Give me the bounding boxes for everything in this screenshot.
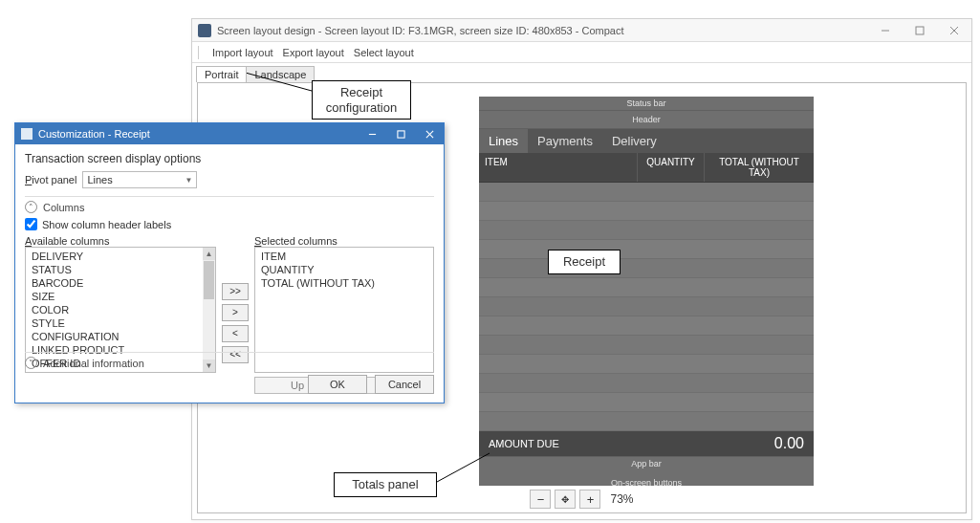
- designer-title-bar: Screen layout design - Screen layout ID:…: [192, 19, 971, 42]
- show-column-header-labels-checkbox[interactable]: [25, 218, 37, 230]
- preview-tab-delivery[interactable]: Delivery: [602, 129, 666, 153]
- callout-receipt-config: Receipt configuration: [312, 80, 411, 120]
- dialog-icon: [21, 128, 33, 140]
- menu-bar: Import layout Export layout Select layou…: [192, 42, 971, 63]
- dialog-heading: Transaction screen display options: [25, 152, 434, 165]
- list-item[interactable]: COLOR: [26, 303, 215, 316]
- preview-status-bar: Status bar: [479, 97, 814, 111]
- list-item[interactable]: CONFIGURATION: [26, 330, 215, 343]
- scroll-thumb[interactable]: [204, 261, 214, 299]
- chevron-down-icon: ▼: [185, 176, 193, 185]
- preview-tab-payments[interactable]: Payments: [528, 129, 602, 153]
- col-item: ITEM: [479, 153, 637, 182]
- selected-columns-label: Selected columns: [254, 235, 434, 247]
- preview-tab-lines[interactable]: Lines: [479, 129, 528, 153]
- zoom-value: 73%: [610, 492, 633, 506]
- close-button[interactable]: [937, 19, 971, 42]
- preview-totals: AMOUNT DUE 0.00: [479, 431, 814, 456]
- list-item[interactable]: ORIGINAL PRICE: [26, 370, 215, 373]
- list-item[interactable]: STATUS: [26, 263, 215, 276]
- show-column-header-labels-label: Show column header labels: [42, 219, 171, 230]
- list-item[interactable]: TOTAL (WITHOUT TAX): [255, 276, 433, 290]
- totals-value: 0.00: [774, 435, 804, 452]
- menu-import-layout[interactable]: Import layout: [212, 47, 273, 58]
- pivot-panel-label: Pivot panel: [25, 174, 76, 185]
- list-item[interactable]: ITEM: [255, 250, 433, 263]
- menu-separator: [198, 46, 199, 59]
- preview-tabs: Lines Payments Delivery: [479, 129, 814, 153]
- tab-landscape[interactable]: Landscape: [246, 66, 315, 82]
- menu-select-layout[interactable]: Select layout: [354, 47, 414, 58]
- move-right-button[interactable]: >: [222, 304, 249, 321]
- collapse-icon: ˄: [25, 201, 37, 213]
- list-item[interactable]: STYLE: [26, 316, 215, 330]
- dialog-maximize-button[interactable]: [386, 123, 415, 144]
- list-item[interactable]: QUANTITY: [255, 263, 433, 276]
- section-additional-info[interactable]: ˅ Additional information: [25, 352, 434, 369]
- callout-receipt: Receipt: [548, 250, 621, 274]
- svg-rect-7: [397, 130, 403, 137]
- list-item[interactable]: BARCODE: [26, 276, 215, 290]
- scroll-up-icon[interactable]: ▲: [203, 248, 215, 260]
- maximize-button[interactable]: [903, 19, 937, 42]
- pivot-panel-value: Lines: [87, 174, 112, 185]
- expand-icon: ˅: [25, 357, 37, 369]
- list-item[interactable]: SIZE: [26, 290, 215, 303]
- zoom-in-button[interactable]: +: [579, 490, 600, 509]
- dialog-title: Customization - Receipt: [38, 128, 358, 140]
- move-all-right-button[interactable]: >>: [222, 283, 249, 300]
- zoom-fit-button[interactable]: ✥: [555, 490, 576, 509]
- preview-header: Header: [479, 111, 814, 129]
- totals-label: AMOUNT DUE: [489, 438, 559, 449]
- callout-totals-panel: Totals panel: [334, 472, 437, 497]
- ok-button[interactable]: OK: [308, 375, 367, 394]
- orientation-tabs: Portrait Landscape: [192, 63, 971, 82]
- preview-rows: [479, 183, 814, 431]
- preview-onscreen-buttons: On-screen buttons: [479, 470, 814, 486]
- pivot-panel-combo[interactable]: Lines ▼: [82, 171, 197, 188]
- col-total: TOTAL (WITHOUT TAX): [704, 153, 814, 182]
- list-item[interactable]: DELIVERY: [26, 250, 215, 263]
- available-columns-label: Available columns: [25, 235, 216, 247]
- cancel-button[interactable]: Cancel: [375, 375, 434, 394]
- zoom-bar: − ✥ + 73%: [198, 486, 966, 512]
- tab-portrait[interactable]: Portrait: [196, 66, 247, 82]
- customization-dialog: Customization - Receipt Transaction scre…: [14, 122, 445, 403]
- dialog-minimize-button[interactable]: [358, 123, 386, 144]
- preview-column-header: ITEM QUANTITY TOTAL (WITHOUT TAX): [479, 153, 814, 183]
- receipt-preview[interactable]: Status bar Header Lines Payments Deliver…: [479, 97, 814, 486]
- section-columns[interactable]: ˄ Columns: [25, 201, 434, 213]
- svg-rect-1: [916, 27, 924, 34]
- col-quantity: QUANTITY: [637, 153, 704, 182]
- zoom-out-button[interactable]: −: [530, 490, 551, 509]
- dialog-close-button[interactable]: [415, 123, 444, 144]
- menu-export-layout[interactable]: Export layout: [283, 47, 344, 58]
- minimize-button[interactable]: [868, 19, 903, 42]
- designer-title: Screen layout design - Screen layout ID:…: [217, 25, 868, 36]
- preview-app-bar: App bar: [479, 456, 814, 470]
- dialog-title-bar[interactable]: Customization - Receipt: [15, 123, 444, 144]
- move-left-button[interactable]: <: [222, 325, 249, 342]
- app-icon: [198, 24, 211, 37]
